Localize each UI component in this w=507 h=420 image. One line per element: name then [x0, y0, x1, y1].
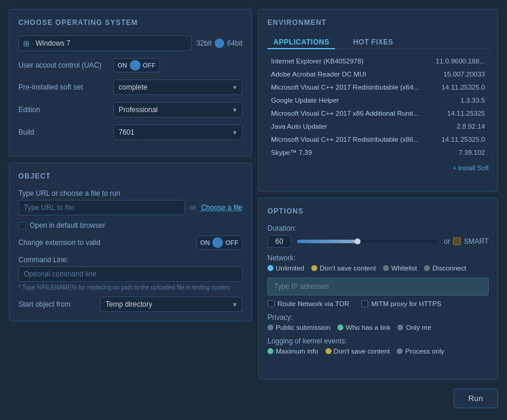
- preinstalled-row: Pre-installed soft set complete minimal …: [18, 79, 243, 95]
- slider-fill: [297, 240, 361, 243]
- ext-label: Change extension to valid: [18, 238, 192, 247]
- duration-slider[interactable]: [297, 240, 438, 243]
- 32bit-label: 32bit: [196, 39, 212, 47]
- disconnect-dot: [424, 265, 430, 271]
- start-select[interactable]: Temp directory Desktop Downloads: [100, 297, 243, 312]
- install-soft-btn[interactable]: + Install Soft: [267, 164, 489, 171]
- uac-row: User accout control (UAC) ON OFF: [18, 58, 243, 72]
- app-version: 15.007.20033: [431, 68, 487, 80]
- mitm-label: MITM proxy for HTTPS: [371, 300, 441, 307]
- url-input-row: or Choose a file: [18, 200, 243, 215]
- os-select[interactable]: Windows 7 Windows 10 Windows XP: [18, 36, 192, 51]
- object-panel: OBJECT Type URL or choose a file to run …: [9, 163, 252, 322]
- preinstalled-select[interactable]: complete minimal custom: [113, 79, 243, 95]
- edition-select[interactable]: Professional Home Enterprise: [113, 102, 243, 117]
- app-name: Java Auto Updater: [269, 120, 429, 132]
- uac-toggle[interactable]: ON OFF: [113, 58, 160, 72]
- smart-row: or SMART: [444, 237, 489, 246]
- open-browser-checkbox[interactable]: [18, 222, 26, 230]
- edition-wrapper: Professional Home Enterprise ▼: [113, 102, 243, 117]
- table-row: Microsoft Visual C++ 2017 Redistributabl…: [269, 81, 487, 93]
- route-tor-item[interactable]: Route Network via TOR: [267, 300, 349, 307]
- privacy-label: Privacy:: [267, 313, 489, 322]
- app-name: Adobe Acrobat Reader DC MUI: [269, 68, 429, 80]
- route-tor-label: Route Network via TOR: [278, 300, 349, 307]
- app-name: Google Update Helper: [269, 94, 429, 106]
- options-panel: OPTIONS Duration: or SMART: [258, 198, 498, 380]
- url-label: Type URL or choose a file to run: [18, 189, 243, 198]
- ext-toggle[interactable]: ON OFF: [196, 236, 243, 250]
- privacy-row: Privacy: Public submission Who has a lin…: [267, 313, 489, 331]
- smart-label: SMART: [464, 237, 489, 246]
- duration-label: Duration:: [267, 224, 489, 233]
- preinstalled-wrapper: complete minimal custom ▼: [113, 79, 243, 95]
- open-browser-row: Open in default browser: [18, 221, 243, 230]
- mitm-item[interactable]: MITM proxy for HTTPS: [361, 300, 441, 307]
- privacy-onlyme[interactable]: Only me: [397, 324, 431, 331]
- app-version: 11.0.9600.188...: [431, 55, 487, 67]
- tab-hotfixes[interactable]: HOT FIXES: [347, 36, 399, 49]
- apps-table-wrapper: Internet Explorer (KB4052978)11.0.9600.1…: [267, 54, 489, 160]
- uac-knob: [130, 60, 141, 71]
- tor-mitm-row: Route Network via TOR MITM proxy for HTT…: [267, 300, 489, 307]
- unlimited-label: Unlimited: [276, 265, 304, 272]
- link-dot: [337, 324, 343, 330]
- ext-knob: [212, 237, 223, 248]
- env-tabs: APPLICATIONS HOT FIXES: [267, 36, 489, 49]
- ext-off: OFF: [225, 239, 238, 246]
- env-panel: ENVIRONMENT APPLICATIONS HOT FIXES Inter…: [258, 9, 498, 192]
- app-name: Skype™ 7.39: [269, 147, 429, 158]
- ext-row: Change extension to valid ON OFF: [18, 236, 243, 250]
- no-save-label: Don't save content: [320, 265, 376, 272]
- tab-applications[interactable]: APPLICATIONS: [267, 36, 335, 49]
- logging-maxinfo[interactable]: Maximum info: [267, 348, 318, 355]
- duration-input[interactable]: [267, 235, 291, 248]
- table-row: Microsoft Visual C++ 2017 x86 Additional…: [269, 107, 487, 119]
- url-input[interactable]: [18, 200, 185, 215]
- bit-toggle[interactable]: [215, 39, 224, 48]
- cmd-hint: * Type %FILENAME% for replacing on path …: [18, 284, 243, 291]
- no-save-dot: [311, 265, 317, 271]
- network-disconnect[interactable]: Disconnect: [424, 265, 466, 272]
- build-wrapper: 7601 7600 ▼: [113, 125, 243, 140]
- app-version: 14.11.25325.0: [431, 133, 487, 145]
- network-no-save[interactable]: Don't save content: [311, 265, 376, 272]
- privacy-public[interactable]: Public submission: [267, 324, 330, 331]
- privacy-link[interactable]: Who has a link: [337, 324, 390, 331]
- network-unlimited[interactable]: Unlimited: [267, 265, 304, 272]
- logging-label: Logging of kernel events:: [267, 337, 489, 345]
- network-row: Network: Unlimited Don't save content Wh…: [267, 254, 489, 272]
- smart-checkbox[interactable]: [453, 237, 461, 245]
- route-tor-checkbox[interactable]: [267, 300, 275, 307]
- public-label: Public submission: [276, 324, 330, 331]
- disconnect-label: Disconnect: [432, 265, 466, 272]
- cmd-input[interactable]: [18, 266, 243, 282]
- table-row: Internet Explorer (KB4052978)11.0.9600.1…: [269, 55, 487, 67]
- duration-row: Duration: or SMART: [267, 224, 489, 248]
- onlyme-label: Only me: [406, 324, 431, 331]
- mitm-checkbox[interactable]: [361, 300, 368, 307]
- edition-label: Edition: [18, 106, 113, 114]
- public-dot: [267, 324, 273, 330]
- whitelist-label: Whitelist: [391, 265, 417, 272]
- slider-thumb: [355, 238, 361, 244]
- app-name: Microsoft Visual C++ 2017 x86 Additional…: [269, 107, 429, 119]
- choose-file-button[interactable]: Choose a file: [201, 203, 243, 212]
- duration-controls: or SMART: [267, 235, 489, 248]
- ip-input[interactable]: [267, 278, 489, 295]
- run-button[interactable]: Run: [454, 389, 498, 408]
- logging-row: Logging of kernel events: Maximum info D…: [267, 337, 489, 355]
- table-row: Google Update Helper1.3.33.5: [269, 94, 487, 106]
- cmd-row: Command Line: * Type %FILENAME% for repl…: [18, 256, 243, 291]
- logging-nosave-label: Don't save content: [334, 348, 390, 355]
- start-row: Start object from Temp directory Desktop…: [18, 297, 243, 312]
- bit-group: 32bit 64bit: [196, 39, 243, 48]
- build-select[interactable]: 7601 7600: [113, 125, 243, 140]
- logging-nosave[interactable]: Don't save content: [326, 348, 390, 355]
- app-name: Microsoft Visual C++ 2017 Redistributabl…: [269, 133, 429, 145]
- app-version: 14.11.25325.0: [431, 81, 487, 93]
- network-whitelist[interactable]: Whitelist: [383, 265, 417, 272]
- ip-row: Route Network via TOR MITM proxy for HTT…: [267, 278, 489, 307]
- app-version: 7.39.102: [431, 147, 487, 158]
- logging-process[interactable]: Process only: [397, 348, 444, 355]
